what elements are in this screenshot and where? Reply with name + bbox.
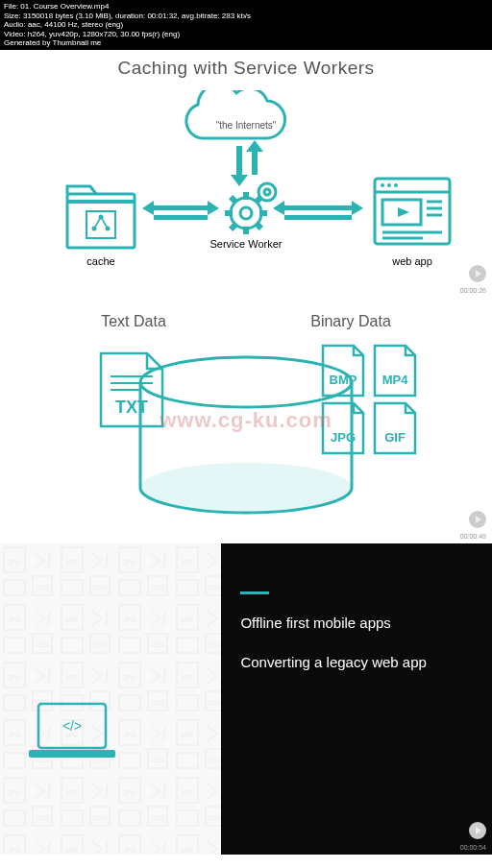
svg-text:cache: cache bbox=[86, 255, 114, 267]
svg-text:"the Internets": "the Internets" bbox=[216, 120, 277, 131]
svg-rect-23 bbox=[375, 179, 450, 244]
svg-text:</>: </> bbox=[62, 718, 82, 734]
svg-rect-7 bbox=[225, 210, 233, 216]
svg-point-25 bbox=[381, 183, 384, 187]
svg-point-14 bbox=[264, 189, 270, 195]
bullet-2: Converting a legacy web app bbox=[240, 653, 473, 672]
slide-2: Text Data Binary Data TXT BMP MP4 JPG GI… bbox=[0, 298, 492, 543]
background-pattern: JPG CSS bbox=[0, 543, 221, 855]
svg-point-26 bbox=[387, 183, 391, 187]
svg-text:TXT: TXT bbox=[115, 398, 148, 417]
slide-3: JPG CSS </> Offline first mobile apps Co… bbox=[0, 543, 492, 855]
slide-3-right-panel: Offline first mobile apps Converting a l… bbox=[221, 543, 492, 855]
laptop-icon: </> bbox=[29, 702, 115, 761]
text-data-label: Text Data bbox=[101, 313, 166, 330]
svg-text:Service Worker: Service Worker bbox=[210, 238, 283, 250]
svg-rect-35 bbox=[154, 205, 208, 210]
play-icon bbox=[469, 822, 486, 839]
svg-rect-6 bbox=[243, 227, 249, 234]
data-types-diagram: TXT BMP MP4 JPG GIF bbox=[0, 334, 492, 526]
svg-point-40 bbox=[140, 463, 352, 513]
meta-gen: Generated by Thumbnail me bbox=[4, 38, 488, 48]
svg-rect-56 bbox=[29, 750, 115, 758]
svg-point-39 bbox=[140, 357, 352, 407]
svg-text:GIF: GIF bbox=[384, 430, 406, 445]
svg-point-27 bbox=[394, 183, 398, 187]
timestamp-2: 00:00:49 bbox=[460, 533, 486, 540]
svg-text:JPG: JPG bbox=[331, 430, 356, 445]
svg-text:BMP: BMP bbox=[330, 373, 357, 387]
svg-rect-8 bbox=[259, 210, 267, 216]
slide-1-title: Caching with Service Workers bbox=[0, 58, 492, 79]
accent-bar bbox=[240, 591, 269, 594]
svg-rect-54 bbox=[0, 543, 221, 855]
svg-rect-38 bbox=[284, 215, 352, 220]
svg-point-4 bbox=[240, 207, 252, 219]
svg-text:MP4: MP4 bbox=[382, 373, 409, 387]
meta-size: Size: 3150018 bytes (3.10 MiB), duration… bbox=[4, 12, 488, 21]
timestamp-1: 00:00:26 bbox=[460, 287, 486, 294]
slide-1: Caching with Service Workers "the Intern… bbox=[0, 50, 492, 298]
timestamp-3: 00:00:54 bbox=[460, 844, 486, 851]
play-icon bbox=[469, 511, 486, 528]
svg-text:web app: web app bbox=[391, 255, 432, 267]
svg-rect-10 bbox=[255, 222, 263, 230]
video-metadata: File: 01. Course Overview.mp4 Size: 3150… bbox=[0, 0, 492, 50]
svg-rect-1 bbox=[236, 146, 242, 175]
slide-3-left-panel: JPG CSS </> bbox=[0, 543, 221, 855]
meta-video: Video: h264, yuv420p, 1280x720, 30.00 fp… bbox=[4, 30, 488, 39]
svg-point-13 bbox=[258, 183, 276, 201]
play-icon bbox=[469, 265, 486, 282]
bullet-1: Offline first mobile apps bbox=[240, 614, 473, 633]
svg-rect-37 bbox=[284, 205, 352, 210]
svg-rect-36 bbox=[154, 215, 208, 220]
svg-rect-17 bbox=[67, 200, 135, 204]
service-worker-diagram: "the Internets" Service Worker cache web… bbox=[0, 90, 492, 282]
svg-rect-5 bbox=[243, 192, 249, 200]
binary-data-label: Binary Data bbox=[310, 313, 391, 330]
meta-audio: Audio: aac, 44100 Hz, stereo (eng) bbox=[4, 20, 488, 30]
meta-file: File: 01. Course Overview.mp4 bbox=[4, 2, 488, 12]
